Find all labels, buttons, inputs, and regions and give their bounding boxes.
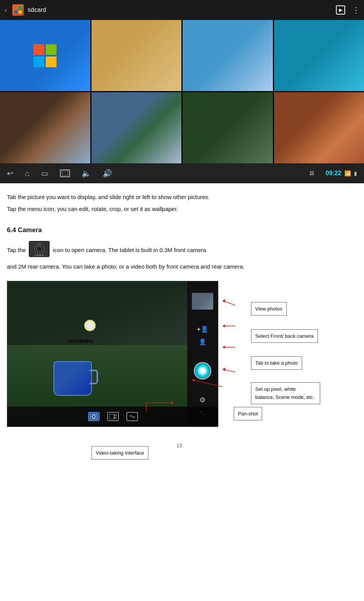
annotation-video-interface: Video-taking Interface [91, 446, 148, 460]
photo-grid [0, 20, 364, 163]
more-options-icon[interactable]: ⋮ [352, 6, 359, 14]
svg-point-13 [83, 339, 89, 343]
annotation-setup: Set up pixel, white balance, Scene mode,… [251, 382, 320, 404]
front-back-icon[interactable]: 👤 [199, 337, 206, 347]
para-camera-detail: and 2M rear camera. You can take a photo… [7, 262, 352, 272]
annotation-pan-shot: Pan-shot [234, 407, 262, 420]
back-arrow-icon[interactable]: ‹ [5, 6, 7, 14]
svg-text:Camera: Camera [35, 254, 44, 257]
photo-thumbnail[interactable] [91, 92, 182, 163]
svg-point-11 [73, 339, 79, 343]
svg-marker-26 [223, 368, 226, 372]
photo-thumbnail[interactable] [274, 92, 364, 163]
para-menu-instruction: Tap the menu icon, you can edit, rotate,… [7, 204, 352, 214]
para-camera-intro: Tap the Camera icon to open camera. The … [7, 241, 352, 260]
svg-rect-1 [18, 6, 22, 10]
svg-line-19 [223, 301, 235, 305]
svg-rect-3 [18, 10, 22, 14]
svg-rect-8 [37, 243, 42, 246]
gallery-title: sdcard [28, 7, 332, 13]
para-slide-instruction: Tab the picture you want to display, and… [7, 193, 352, 202]
svg-rect-2 [14, 10, 18, 14]
photo-thumbnail[interactable] [0, 20, 90, 91]
recent-nav-icon[interactable]: ▭ [41, 169, 48, 178]
svg-line-25 [223, 369, 235, 372]
camera-settings-icon[interactable]: ⚙ [199, 395, 206, 406]
photo-thumbnail[interactable] [183, 20, 273, 91]
svg-marker-22 [223, 324, 225, 327]
camera-diagram: +👤 👤 ⚙ +⎯ [7, 281, 353, 427]
photo-mode-icon[interactable] [88, 412, 100, 421]
page-number: 13 [7, 438, 352, 456]
slideshow-icon[interactable]: ▶ [336, 5, 345, 15]
svg-point-10 [68, 339, 74, 343]
camera-thumbnail[interactable] [192, 293, 213, 310]
battery-icon: ▮ [354, 170, 357, 176]
volume-up-icon[interactable]: 🔊 [103, 169, 112, 178]
home-nav-icon[interactable]: ⌂ [25, 169, 30, 178]
section-heading-camera: 6.4 Camera [7, 225, 352, 236]
svg-rect-0 [14, 6, 18, 10]
zoom-icon[interactable]: +👤 [197, 324, 208, 334]
panorama-mode-icon[interactable] [126, 412, 138, 421]
svg-marker-24 [223, 346, 225, 349]
annotation-select-camera: Select Front/ back camera [251, 329, 318, 343]
android-top-bar: ‹ sdcard ▶ ⋮ [0, 0, 364, 20]
insect-decoration [67, 339, 98, 344]
status-time: 09:22 📶 ▮ [326, 170, 357, 177]
video-mode-icon[interactable] [107, 412, 119, 421]
svg-point-16 [92, 415, 95, 418]
svg-marker-18 [114, 415, 116, 418]
shutter-button[interactable] [194, 362, 211, 380]
svg-point-14 [88, 339, 93, 343]
wifi-icon: 📶 [344, 170, 351, 176]
screenshot-icon[interactable] [60, 169, 70, 177]
photo-thumbnail[interactable] [274, 20, 364, 91]
svg-rect-17 [110, 414, 114, 419]
camera-mode-bar [7, 407, 218, 427]
photo-thumbnail[interactable] [183, 92, 273, 163]
volume-down-icon[interactable]: 🔈 [81, 169, 91, 178]
doc-content: Tab the picture you want to display, and… [0, 183, 364, 460]
photo-thumbnail[interactable] [0, 92, 90, 163]
camera-controls-panel: +👤 👤 ⚙ +⎯ [187, 281, 218, 427]
clock-display: 09:22 [326, 170, 341, 177]
photo-thumbnail[interactable] [91, 20, 182, 91]
svg-point-12 [78, 339, 84, 343]
svg-point-7 [37, 246, 42, 252]
camera-app-icon: Camera [29, 241, 50, 257]
svg-marker-20 [223, 299, 226, 303]
annotation-take-photo: Tab to take a photo [251, 356, 302, 370]
back-nav-icon[interactable]: ↩ [7, 169, 13, 178]
svg-rect-15 [90, 414, 97, 419]
camera-screenshot: +👤 👤 ⚙ +⎯ [7, 281, 218, 427]
bar-icons: ▶ ⋮ [336, 5, 359, 15]
app-icon [12, 4, 24, 16]
android-nav-bar: ↩ ⌂ ▭ 🔈 🔊 🖼 09:22 📶 ▮ [0, 163, 364, 183]
annotation-view-photos: View photos [251, 302, 287, 315]
landscape-icon: 🖼 [309, 171, 314, 176]
